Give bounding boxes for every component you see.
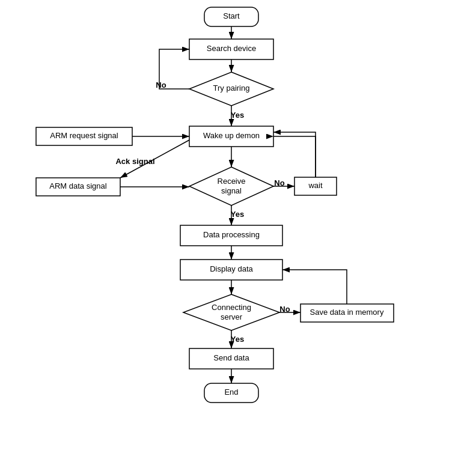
receive-yes-label: Yes (231, 210, 244, 219)
wake-up-demon-label: Wake up demon (203, 131, 260, 140)
start-label: Start (223, 11, 240, 20)
connecting-server-label2: server (221, 312, 243, 321)
receive-signal-label: Receive (218, 177, 246, 186)
try-pairing-yes-label: Yes (231, 111, 244, 120)
arm-data-label: ARM data signal (49, 181, 106, 190)
connecting-server-label: Connecting (212, 303, 251, 312)
arm-request-label: ARM request signal (50, 131, 118, 140)
ack-signal-label: Ack signal (115, 157, 154, 166)
try-pairing-label: Try pairing (213, 84, 250, 93)
save-data-label: Save data in memory (310, 308, 384, 317)
data-processing-label: Data processing (203, 230, 260, 239)
flowchart-diagram: Start Search device Try pairing No Yes A… (0, 0, 476, 453)
send-data-label: Send data (213, 353, 249, 362)
connecting-yes-label: Yes (231, 335, 244, 344)
try-pairing-no-label: No (156, 81, 166, 90)
display-data-label: Display data (210, 264, 253, 273)
receive-signal-label2: signal (221, 186, 242, 195)
end-label: End (224, 388, 238, 397)
wait-label: wait (308, 181, 323, 190)
search-device-label: Search device (207, 44, 256, 53)
